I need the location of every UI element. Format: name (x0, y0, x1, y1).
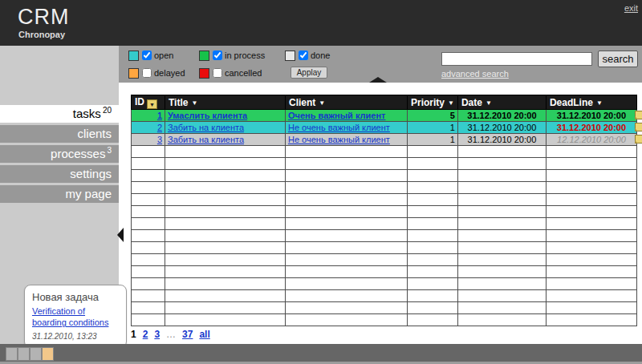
sidebar-item-tasks[interactable]: tasks20 (0, 105, 119, 123)
task-title-link[interactable]: Забить на клиента (168, 135, 244, 144)
task-client-link[interactable]: Не очень важный клиент (288, 135, 390, 144)
page-link-2[interactable]: 2 (143, 329, 148, 340)
sticky-note-icon[interactable] (635, 135, 642, 144)
empty-cell (132, 146, 165, 158)
bottom-bar (0, 344, 642, 364)
sidebar-menu: tasks20clientsprocesses3settingsmy page (0, 105, 119, 205)
empty-row (132, 146, 637, 158)
taskbar-square-4[interactable] (42, 347, 54, 361)
table-header-row: ID▼Title▼Client▼Priority▼Date▼DeadLine▼ (132, 95, 637, 110)
search-button[interactable]: search (598, 51, 638, 67)
column-header-label: ID (135, 96, 144, 107)
sidebar-item-settings[interactable]: settings (0, 165, 119, 183)
empty-cell (408, 242, 458, 254)
task-row: 2Забить на клиентаНе очень важный клиент… (132, 122, 637, 134)
task-client-link[interactable]: Очень важный клиент (288, 111, 385, 120)
page-link-37[interactable]: 37 (182, 329, 193, 340)
filter-checkbox-cancelled[interactable] (213, 68, 222, 78)
filter-checkbox-done[interactable] (299, 51, 308, 60)
empty-cell (408, 302, 458, 314)
task-deadline-cell: 31.12.2010 20:00 (546, 122, 636, 134)
task-deadline-cell: 31.12.2010 20:00 (546, 110, 636, 122)
filter-checkbox-delayed[interactable] (142, 68, 152, 78)
column-header-priority[interactable]: Priority▼ (408, 95, 458, 110)
task-id-link[interactable]: 3 (157, 135, 162, 144)
exit-link[interactable]: exit (624, 3, 638, 13)
page-ellipsis: … (166, 329, 176, 340)
column-header-deadline[interactable]: DeadLine▼ (546, 95, 636, 110)
task-deadline-cell: 12.12.2010 20:00 (546, 134, 636, 146)
task-client-cell: Не очень важный клиент (286, 134, 408, 146)
task-priority-cell: 5 (408, 110, 458, 122)
empty-cell (546, 242, 636, 254)
filter-checkbox-open[interactable] (142, 51, 152, 60)
sort-arrow-icon[interactable]: ▼ (191, 99, 197, 107)
filter-label: done (311, 51, 330, 60)
task-client-link[interactable]: Не очень важный клиент (288, 123, 390, 132)
empty-cell (165, 170, 286, 182)
task-id-link[interactable]: 1 (157, 111, 162, 120)
page-link-all[interactable]: all (199, 329, 209, 340)
task-date-cell: 31.12.2010 20:00 (457, 122, 546, 134)
column-header-label: Client (289, 97, 315, 108)
empty-row (132, 170, 637, 182)
empty-cell (408, 290, 458, 302)
taskbar-square-1[interactable] (6, 347, 18, 361)
sort-arrow-icon[interactable]: ▼ (486, 99, 492, 107)
task-title-link[interactable]: Забить на клиента (168, 123, 244, 132)
empty-cell (132, 182, 165, 194)
search-input[interactable] (441, 52, 592, 66)
task-id-cell: 3 (132, 134, 165, 146)
sort-arrow-icon[interactable]: ▼ (448, 99, 454, 107)
sort-arrow-icon[interactable]: ▼ (319, 99, 325, 107)
sort-note-icon[interactable]: ▼ (147, 99, 157, 109)
top-header: CRM Chronopay exit (0, 0, 642, 46)
empty-cell (165, 266, 286, 278)
sidebar-item-clients[interactable]: clients (0, 125, 119, 143)
column-header-id[interactable]: ID▼ (132, 95, 165, 110)
empty-cell (132, 290, 165, 302)
filter-label: open (154, 51, 173, 60)
empty-cell (457, 194, 546, 206)
taskbar-square-2[interactable] (18, 347, 30, 361)
apply-button[interactable]: Applay (291, 67, 327, 79)
page-current: 1 (131, 329, 136, 340)
empty-cell (546, 170, 636, 182)
empty-cell (286, 158, 408, 170)
empty-row (132, 290, 637, 302)
empty-cell (286, 278, 408, 290)
empty-cell (457, 302, 546, 314)
column-header-client[interactable]: Client▼ (286, 95, 408, 110)
empty-cell (132, 230, 165, 242)
column-header-label: Date (461, 97, 482, 108)
column-header-date[interactable]: Date▼ (457, 95, 546, 110)
filter-in-process: in process (199, 50, 265, 61)
column-header-title[interactable]: Title▼ (165, 95, 286, 110)
empty-cell (408, 182, 458, 194)
sidebar-item-my-page[interactable]: my page (0, 185, 119, 203)
empty-cell (408, 146, 458, 158)
filter-checkbox-in-process[interactable] (213, 51, 222, 60)
task-title-cell: Забить на клиента (165, 122, 286, 134)
empty-cell (286, 314, 408, 326)
empty-cell (408, 158, 458, 170)
taskbar-square-3[interactable] (30, 347, 42, 361)
page-link-3[interactable]: 3 (154, 329, 160, 340)
task-date-cell: 31.12.2010 20:00 (457, 110, 546, 122)
sidebar-item-count-badge: 20 (103, 106, 112, 115)
empty-cell (286, 254, 408, 266)
sort-arrow-icon[interactable]: ▼ (596, 99, 603, 107)
task-id-link[interactable]: 2 (157, 123, 162, 132)
notification-task-link[interactable]: Verification of boarding conditions (32, 305, 119, 329)
sticky-note-icon[interactable] (635, 123, 642, 131)
task-title-link[interactable]: Умаслить клиента (168, 111, 247, 120)
empty-cell (286, 206, 408, 218)
empty-cell (132, 278, 165, 290)
empty-row (132, 302, 637, 314)
advanced-search-link[interactable]: advanced search (441, 69, 509, 79)
sidebar-item-processes[interactable]: processes3 (0, 145, 119, 163)
filter-collapse-icon[interactable] (369, 77, 387, 83)
sidebar-collapse-icon[interactable] (117, 228, 124, 242)
empty-cell (286, 290, 408, 302)
sticky-note-icon[interactable] (635, 111, 642, 119)
